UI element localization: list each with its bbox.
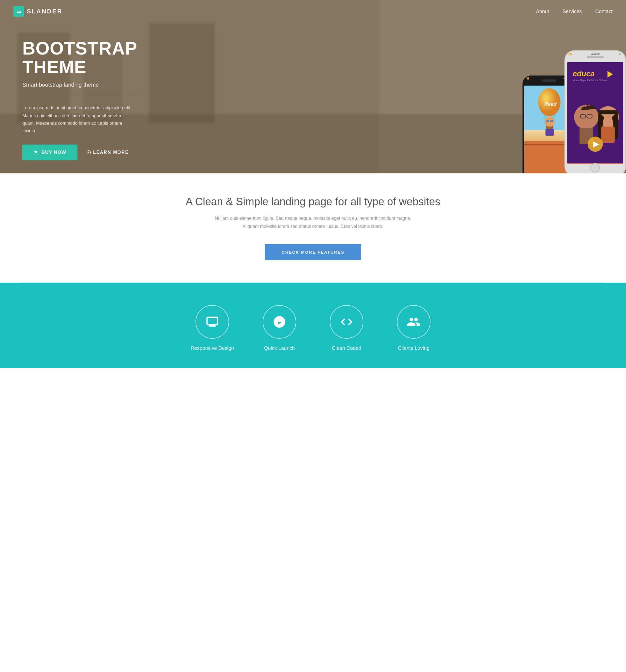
phone-volume-up: [564, 76, 565, 85]
responsive-label: Responsive Design: [190, 345, 234, 351]
logo-text: SLANDER: [27, 8, 62, 15]
feature-quick-launch: Quick Launch: [257, 305, 302, 351]
svg-rect-19: [546, 129, 554, 136]
features-grid: Responsive Design Quick Launch Clean Cod…: [11, 305, 615, 351]
phone-white-screen: educa Video Player for the Net Scholar: [567, 62, 623, 164]
learn-more-button[interactable]: i LEARN MORE: [87, 150, 129, 155]
teal-section: Responsive Design Quick Launch Clean Cod…: [0, 283, 626, 368]
info-icon: i: [87, 150, 91, 154]
clients-loving-icon-circle: [397, 305, 431, 339]
hero-content: BOOTSTRAP THEME Smart bootstrap landing …: [0, 0, 157, 173]
hero-title: BOOTSTRAP THEME: [22, 39, 134, 77]
hero-subtitle: Smart bootstrap landing theme: [22, 82, 134, 88]
features-description: Nullam quis elementum ligula. Sed neque …: [207, 215, 419, 231]
logo[interactable]: SLANDER: [14, 6, 62, 17]
phone-white: 📶14:06 PM🔋 educa Video Player for the Ne…: [564, 50, 626, 173]
svg-text:educa: educa: [573, 69, 595, 78]
users-icon: [407, 315, 421, 329]
phone-black-notch: [542, 79, 556, 82]
svg-rect-34: [601, 127, 615, 143]
phones-mockup: 📶14:06 PM: [523, 0, 626, 173]
responsive-icon-circle: [195, 305, 229, 339]
monitor-icon: [205, 315, 219, 329]
hero-divider: [22, 96, 140, 96]
feature-responsive: Responsive Design: [190, 305, 235, 351]
clean-coded-icon-circle: [330, 305, 363, 339]
quick-launch-label: Quick Launch: [264, 345, 295, 351]
features-title: A Clean & Simple landing page for all ty…: [11, 196, 615, 208]
phone-white-notch: [587, 56, 604, 58]
clean-coded-label: Clean Coded: [332, 345, 361, 351]
features-section: A Clean & Simple landing page for all ty…: [0, 173, 626, 283]
hero-description: Lorem ipsum dolor sit amet, consectetur …: [22, 104, 134, 135]
hero-section: BOOTSTRAP THEME Smart bootstrap landing …: [0, 0, 626, 173]
check-features-button[interactable]: CHECK MORE FEATURES: [265, 244, 361, 260]
educa-app-content: educa Video Player for the Net Scholar: [567, 62, 623, 164]
svg-rect-33: [599, 110, 618, 114]
logo-svg: [16, 8, 22, 15]
buy-now-button[interactable]: BUY NOW: [22, 145, 77, 160]
navbar: SLANDER About Services Contact: [0, 0, 626, 23]
phone-white-status: 📶14:06 PM🔋: [569, 53, 621, 55]
feature-clients-loving: Clients Loving: [391, 305, 436, 351]
phone-volume-down: [564, 88, 565, 96]
rocket-icon: [273, 315, 286, 329]
quick-launch-icon-circle: [263, 305, 296, 339]
nav-link-services[interactable]: Services: [562, 9, 582, 15]
nav-link-about[interactable]: About: [536, 9, 549, 15]
svg-rect-17: [550, 120, 554, 122]
nav-links: About Services Contact: [536, 9, 612, 15]
phone-white-home: [590, 163, 600, 172]
svg-text:i: i: [88, 151, 89, 154]
nav-link-contact[interactable]: Contact: [595, 9, 612, 15]
logo-icon: [14, 6, 24, 17]
clients-loving-label: Clients Loving: [398, 345, 430, 351]
cart-icon: [33, 150, 39, 155]
hero-buttons: BUY NOW i LEARN MORE: [22, 145, 134, 160]
code-icon: [340, 315, 353, 329]
svg-text:Video Player for the Net Schol: Video Player for the Net Scholar: [573, 79, 607, 82]
svg-rect-16: [546, 120, 549, 122]
svg-text:Read: Read: [544, 101, 557, 107]
feature-clean-coded: Clean Coded: [324, 305, 369, 351]
